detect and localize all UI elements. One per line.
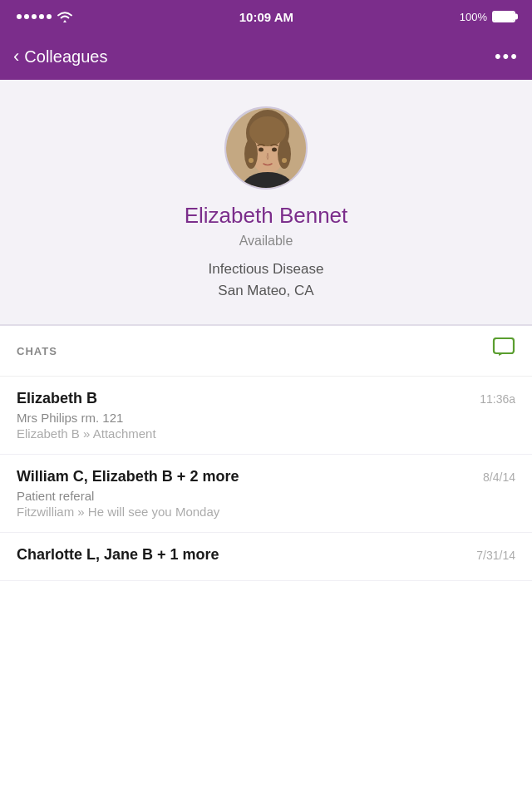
chat-subject: Patient referal xyxy=(17,489,515,503)
svg-point-11 xyxy=(282,158,287,163)
chat-preview: Fitzwilliam » He will see you Monday xyxy=(17,505,515,519)
svg-point-5 xyxy=(244,139,258,169)
avatar xyxy=(224,106,308,190)
more-button[interactable]: ••• xyxy=(495,46,519,67)
chat-item[interactable]: Charlotte L, Jane B + 1 more 7/31/14 xyxy=(0,533,532,581)
profile-specialty: Infectious Disease San Mateo, CA xyxy=(209,259,324,301)
speech-bubble-icon xyxy=(492,337,515,359)
svg-point-10 xyxy=(249,158,254,163)
status-time: 10:09 AM xyxy=(239,10,293,24)
wifi-icon xyxy=(57,11,73,22)
battery-icon xyxy=(492,11,515,22)
back-chevron-icon: ‹ xyxy=(13,46,19,67)
chats-header: CHATS xyxy=(0,326,532,377)
back-label: Colleagues xyxy=(24,47,107,66)
chat-item[interactable]: William C, Elizabeth B + 2 more 8/4/14 P… xyxy=(0,455,532,533)
chat-list: Elizabeth B 11:36a Mrs Philips rm. 121 E… xyxy=(0,377,532,581)
nav-bar: ‹ Colleagues ••• xyxy=(0,33,532,80)
chat-time: 11:36a xyxy=(480,392,515,406)
battery-area: 100% xyxy=(460,11,515,23)
svg-point-8 xyxy=(259,148,264,152)
profile-section: Elizabeth Bennet Available Infectious Di… xyxy=(0,80,532,325)
svg-rect-12 xyxy=(494,338,514,353)
svg-point-7 xyxy=(249,116,286,146)
chat-row-top: William C, Elizabeth B + 2 more 8/4/14 xyxy=(17,468,515,485)
profile-name: Elizabeth Bennet xyxy=(185,203,348,229)
chat-participants: Elizabeth B xyxy=(17,390,471,407)
chat-participants: Charlotte L, Jane B + 1 more xyxy=(17,546,468,564)
new-chat-button[interactable] xyxy=(492,337,515,364)
chat-time: 8/4/14 xyxy=(483,470,515,484)
signal-area xyxy=(17,11,73,22)
chat-row-top: Elizabeth B 11:36a xyxy=(17,390,515,407)
chat-time: 7/31/14 xyxy=(476,549,515,562)
back-button[interactable]: ‹ Colleagues xyxy=(13,46,107,67)
chats-label: CHATS xyxy=(17,345,57,357)
chat-item[interactable]: Elizabeth B 11:36a Mrs Philips rm. 121 E… xyxy=(0,377,532,455)
chat-preview: Elizabeth B » Attachment xyxy=(17,426,515,441)
svg-point-6 xyxy=(278,139,291,169)
profile-status: Available xyxy=(239,234,293,249)
signal-dots xyxy=(17,14,52,19)
svg-point-9 xyxy=(272,148,277,152)
chat-participants: William C, Elizabeth B + 2 more xyxy=(17,468,475,485)
chat-subject: Mrs Philips rm. 121 xyxy=(17,411,515,425)
chat-row-top: Charlotte L, Jane B + 1 more 7/31/14 xyxy=(17,546,515,564)
avatar-image xyxy=(226,108,308,190)
status-bar: 10:09 AM 100% xyxy=(0,0,532,33)
battery-percent: 100% xyxy=(460,11,487,23)
